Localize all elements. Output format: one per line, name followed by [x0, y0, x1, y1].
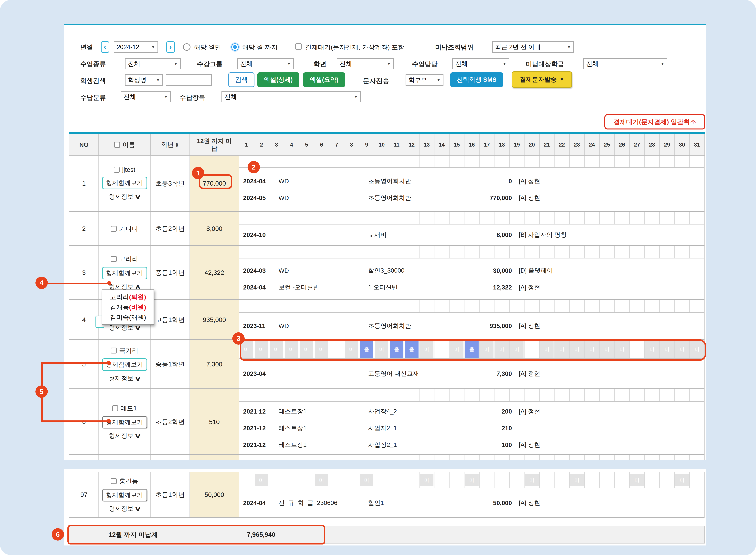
- class-type-select[interactable]: 전체▼: [125, 58, 181, 70]
- day-cell-17: [480, 246, 495, 258]
- day-cell-4: [284, 472, 300, 488]
- include-pending-checkbox[interactable]: [295, 43, 302, 50]
- detail-code: 보컬 -오디션반: [278, 283, 319, 292]
- day-cell-28: [645, 212, 660, 224]
- day-cell-3: [269, 246, 284, 258]
- pay-sms-button[interactable]: 결제문자발송▼: [512, 71, 572, 88]
- day-cell-10: [374, 212, 390, 224]
- detail-pay-method: [A] 정현: [519, 283, 540, 292]
- day-cell-11: [389, 300, 404, 312]
- detail-pay-method: [A] 정현: [519, 177, 540, 185]
- sibling-info-toggle[interactable]: 형제정보∨: [109, 374, 140, 383]
- sms-button[interactable]: 선택학생 SMS: [450, 72, 503, 87]
- day-cell-29: [660, 389, 675, 401]
- row-name-cell: 데모1형제함께보기형제정보∨: [99, 389, 150, 455]
- student-search-input[interactable]: [166, 74, 212, 86]
- day-cell-28: [645, 156, 660, 167]
- detail-code: 테스트장1: [278, 424, 307, 432]
- day-cell-2: [254, 212, 269, 224]
- day-cell-30: 미: [675, 472, 690, 488]
- day-cell-13: [419, 156, 435, 167]
- day-cell-27: [630, 246, 645, 258]
- payment-detail-line: 2021-12테스트장1사업장2_1100[A] 정현: [239, 436, 704, 453]
- day-cell-4: [284, 156, 300, 167]
- day-cell-3: [269, 472, 284, 488]
- sibling-view-button[interactable]: 형제함께보기: [102, 267, 147, 279]
- detail-amount: 200: [446, 408, 512, 415]
- teacher-select[interactable]: 전체▼: [452, 58, 509, 70]
- student-checkbox[interactable]: [112, 405, 118, 411]
- radio-month-until[interactable]: [231, 43, 239, 51]
- student-checkbox[interactable]: [111, 256, 117, 262]
- detail-month: 2024-04: [243, 284, 266, 291]
- excel-detail-button[interactable]: 엑셀(상세): [257, 72, 299, 87]
- student-checkbox[interactable]: [111, 226, 117, 232]
- day-cell-10: [374, 472, 390, 488]
- sibling-info-toggle[interactable]: 형제정보∨: [109, 505, 140, 513]
- sibling-info-toggle[interactable]: 형제정보∨: [109, 432, 140, 440]
- day-cell-8: [344, 300, 359, 312]
- target-grade-select[interactable]: 전체▼: [583, 58, 667, 70]
- cancel-pending-button[interactable]: 결제대기(문자결제) 일괄취소: [605, 114, 705, 129]
- day-cell-17: [480, 300, 495, 312]
- day-cell-20: [525, 212, 540, 224]
- day-cell-29: [660, 212, 675, 224]
- detail-code: WD: [278, 267, 289, 274]
- day-strip: [239, 156, 704, 168]
- student-checkbox[interactable]: [114, 167, 120, 173]
- excel-summary-button[interactable]: 엑셀(요약): [303, 72, 345, 87]
- sibling-view-button[interactable]: 형제함께보기: [102, 177, 147, 189]
- day-cell-3: [269, 300, 284, 312]
- day-cell-17: [480, 472, 495, 488]
- row-grade: 초등2학년: [150, 389, 190, 455]
- header-day-1: 1: [239, 134, 254, 155]
- day-strip: [239, 389, 704, 402]
- detail-amount: 0: [446, 178, 512, 185]
- radio-month-only[interactable]: [183, 43, 190, 51]
- detail-amount: 30,000: [446, 267, 512, 274]
- group-select[interactable]: 전체▼: [237, 58, 294, 70]
- day-cell-6: [314, 156, 329, 167]
- scope-select[interactable]: 최근 2년 전 이내▼: [492, 41, 574, 53]
- day-cell-28: [645, 300, 660, 312]
- student-field-select[interactable]: 학생명▼: [125, 74, 163, 86]
- chevron-down-icon: ∨: [134, 193, 141, 200]
- day-cell-5: [299, 472, 314, 488]
- next-month-button[interactable]: ›: [166, 41, 175, 53]
- detail-item: 초등영어회차반: [368, 322, 411, 330]
- day-cell-31: [690, 389, 704, 401]
- day-cell-16: [464, 389, 480, 401]
- day-cell-25: [599, 156, 615, 167]
- day-cell-27: [630, 156, 645, 167]
- header-grade[interactable]: 학년▲▼: [150, 134, 190, 155]
- detail-month: 2021-12: [243, 408, 266, 415]
- sibling-info-toggle[interactable]: 형제정보∨: [109, 193, 140, 201]
- row-unpaid-amount: 510: [190, 389, 239, 455]
- student-checkbox[interactable]: [111, 478, 117, 484]
- detail-month: 2021-12: [243, 441, 266, 448]
- chevron-down-icon: ∨: [134, 375, 141, 382]
- yearmonth-select[interactable]: 2024-12▼: [114, 41, 158, 53]
- day-cell-19: [509, 212, 525, 224]
- detail-code: WD: [278, 178, 289, 185]
- table-row-2: 2가나다초등2학년8,0002024-10교재비8,000[B] 사업자의 명칭: [69, 212, 705, 246]
- payment-details: 2023-11WD초등영어회차반935,000[A] 정현: [239, 313, 704, 339]
- sibling-view-button[interactable]: 형제함께보기: [102, 489, 147, 501]
- day-cell-19: [509, 156, 525, 167]
- sms-target-select[interactable]: 학부모▼: [406, 74, 443, 86]
- annotation-rect-1: [199, 174, 232, 189]
- search-button[interactable]: 검색: [228, 72, 255, 87]
- day-cell-26: [615, 389, 630, 401]
- row-grade: 초등3학년: [150, 156, 190, 211]
- receipt-item-select[interactable]: 전체▼: [221, 91, 361, 102]
- annotation-circle-1: 1: [192, 167, 204, 179]
- table-row-3: 3고리라형제함께보기형제정보∧중등1학년42,3222024-03WD할인3_3…: [69, 246, 705, 300]
- day-cell-10: [374, 300, 390, 312]
- annotation-circle-3: 3: [232, 332, 244, 345]
- payment-details: 2021-12테스트장1사업장4_2200[A] 정현2021-12테스트장1사…: [239, 402, 704, 455]
- prev-month-button[interactable]: ‹: [101, 41, 109, 53]
- select-all-checkbox[interactable]: [114, 142, 120, 148]
- student-checkbox[interactable]: [111, 348, 117, 353]
- receipt-class-select[interactable]: 전체▼: [121, 91, 171, 102]
- grade-select[interactable]: 전체▼: [337, 58, 394, 70]
